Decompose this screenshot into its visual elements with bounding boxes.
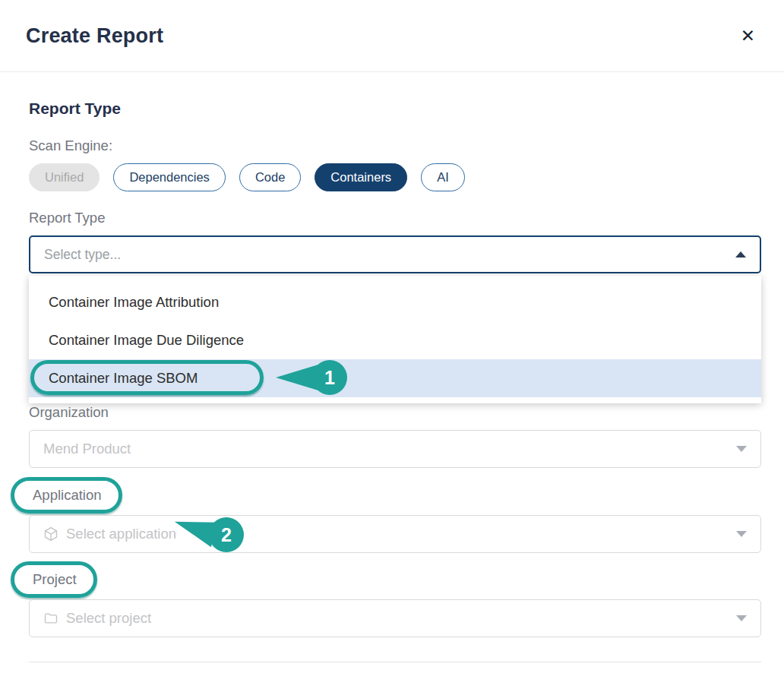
page-title: Create Report [26,24,163,48]
chevron-down-icon [736,446,747,452]
bottom-divider [29,662,761,662]
report-type-heading: Report Type [29,100,761,118]
dropdown-option-label: Container Image Attribution [49,294,219,311]
project-select-value: Select project [66,610,151,627]
chevron-up-icon [735,251,746,258]
project-label: Project [11,561,97,598]
application-label: Application [11,477,122,513]
report-type-label: Report Type [29,210,761,226]
annotation-step-1-number: 1 [324,367,335,389]
report-type-dropdown: Container Image Attribution Container Im… [29,276,761,403]
scan-engine-code[interactable]: Code [239,163,301,191]
report-type-select-value: Select type... [44,247,121,263]
organization-select-value: Mend Product [43,441,131,457]
dropdown-option-label: Container Image Due Diligence [49,332,244,349]
organization-label: Organization [29,404,761,421]
project-select[interactable]: Select project [29,599,761,637]
dropdown-option-due-diligence[interactable]: Container Image Due Diligence [29,321,761,359]
annotation-step-1-callout: 1 [312,360,347,395]
project-label-row: Project [11,561,761,598]
close-icon[interactable]: ✕ [738,24,758,48]
organization-select[interactable]: Mend Product [29,430,761,468]
application-label-row: Application [11,477,761,513]
scan-engine-dependencies[interactable]: Dependencies [113,163,226,191]
scan-engine-ai[interactable]: AI [421,163,465,191]
scan-engine-pills: Unified Dependencies Code Containers AI [29,163,761,191]
scan-engine-unified[interactable]: Unified [29,163,100,191]
report-type-select-wrap: Select type... Container Image Attributi… [29,235,761,273]
dropdown-option-label: Container Image SBOM [49,370,198,387]
report-type-select[interactable]: Select type... [29,235,761,273]
scan-engine-label: Scan Engine: [29,137,761,154]
annotation-step-2-number: 2 [221,524,232,546]
chevron-down-icon [736,531,747,537]
modal-header: Create Report ✕ [0,0,784,72]
application-select-value: Select application [66,526,176,542]
folder-icon [43,611,58,626]
scan-engine-containers[interactable]: Containers [315,163,407,191]
cube-icon [43,526,58,542]
modal-body: Report Type Scan Engine: Unified Depende… [0,100,784,662]
chevron-down-icon [736,615,747,621]
dropdown-option-attribution[interactable]: Container Image Attribution [29,283,761,321]
annotation-step-2-callout: 2 [209,517,244,552]
application-select[interactable]: Select application 2 [29,515,761,553]
create-report-modal: Create Report ✕ Report Type Scan Engine:… [0,0,784,662]
dropdown-option-sbom[interactable]: Container Image SBOM [29,359,761,397]
